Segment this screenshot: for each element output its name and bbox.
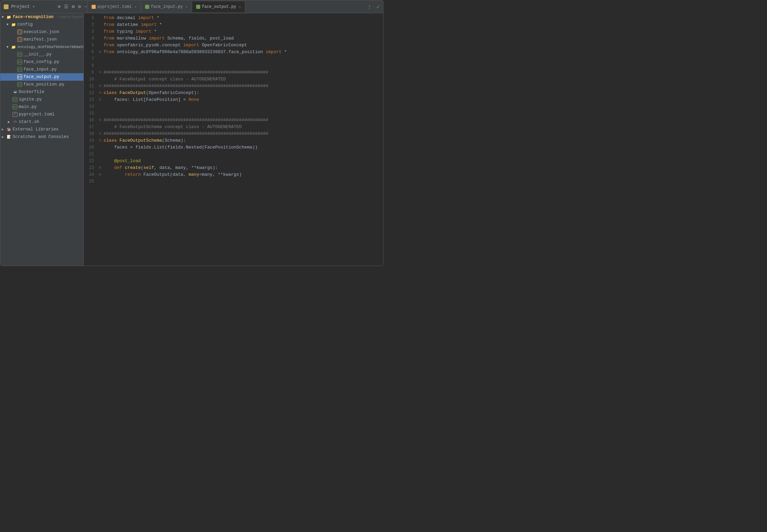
fold-13[interactable]: ⊟ bbox=[98, 96, 102, 103]
sidebar-face-config-label: face_config.py bbox=[24, 60, 59, 64]
code-content-3: from typing import * bbox=[102, 28, 157, 35]
sidebar-start-sh-label: start.sh bbox=[19, 120, 39, 124]
code-line-12: 12 ⊟ class FaceOutput(OpenfabricConcept)… bbox=[84, 90, 383, 96]
tab-face-input[interactable]: face_input.py ✕ bbox=[141, 1, 192, 12]
pyproject-tab-icon bbox=[92, 5, 96, 9]
fold-19[interactable]: ⊟ bbox=[98, 137, 102, 144]
tab-face-input-close[interactable]: ✕ bbox=[185, 5, 187, 9]
arrow-ext-libs: ▶ bbox=[2, 127, 5, 131]
tab-face-output-close[interactable]: ✕ bbox=[239, 5, 241, 9]
code-content-5: from openfabric_pysdk.concept import Ope… bbox=[102, 42, 247, 49]
sidebar-item-face-input[interactable]: py face_input.py bbox=[0, 66, 83, 73]
code-line-1: 1 from decimal import * bbox=[84, 15, 383, 21]
code-line-6: 6 ⊟ from ontology_dc8f06af066e4a7880a593… bbox=[84, 49, 383, 56]
code-line-8: 8 bbox=[84, 62, 383, 69]
code-content-2: from datetime import * bbox=[102, 21, 162, 28]
code-line-15: 15 bbox=[84, 110, 383, 117]
code-line-9: 9 ⊟ ####################################… bbox=[84, 69, 383, 76]
sidebar-item-external-libs[interactable]: ▶ 📚 External Libraries bbox=[0, 126, 83, 133]
fold-12[interactable]: ⊟ bbox=[98, 90, 102, 96]
py-icon-face-input: py bbox=[17, 67, 22, 72]
sidebar-item-main[interactable]: py main.py bbox=[0, 103, 83, 111]
code-content-22: @post_load bbox=[102, 158, 141, 165]
sidebar-item-execution-json[interactable]: {} execution.json bbox=[0, 28, 83, 36]
code-content-23: def create(self, data, many, **kwargs): bbox=[102, 165, 218, 171]
project-dropdown-icon[interactable]: ▾ bbox=[33, 4, 35, 9]
tab-pyproject-close[interactable]: ✕ bbox=[135, 5, 137, 9]
sidebar-item-manifest-json[interactable]: {} manifest.json bbox=[0, 36, 83, 43]
tab-pyproject[interactable]: pyproject.toml ✕ bbox=[88, 1, 141, 12]
arrow-ontology: ▼ bbox=[6, 45, 10, 49]
code-content-9: ########################################… bbox=[102, 69, 268, 76]
code-content-13: faces: List[FacePosition] = None bbox=[102, 96, 199, 103]
code-content-16: ########################################… bbox=[102, 117, 268, 124]
json-icon-execution: {} bbox=[17, 30, 22, 34]
fold-16[interactable]: ⊟ bbox=[98, 117, 102, 124]
fold-11[interactable]: ⊟ bbox=[98, 83, 102, 90]
fold-9[interactable]: ⊟ bbox=[98, 69, 102, 76]
code-editor[interactable]: 1 from decimal import * 2 from datetime … bbox=[84, 13, 383, 266]
py-icon-main: py bbox=[13, 105, 17, 109]
sidebar-execution-label: execution.json bbox=[24, 30, 59, 34]
settings-icon[interactable]: ⚙ bbox=[78, 4, 81, 10]
code-content-4: from marshmallow import Schema, fields, … bbox=[102, 35, 234, 42]
line-num-12: 12 bbox=[84, 90, 98, 96]
sidebar-item-root[interactable]: ▼ 📁 face-recognition ~/Work/Openfabric/f… bbox=[0, 13, 83, 21]
sidebar-item-config[interactable]: ▼ 📁 config bbox=[0, 21, 83, 28]
fold-24[interactable]: ⊟ bbox=[98, 171, 102, 178]
sidebar-item-start-sh[interactable]: ▶ sh start.sh bbox=[0, 118, 83, 126]
py-icon-init: py bbox=[17, 52, 22, 57]
tab-face-output[interactable]: face_output.py ✕ bbox=[192, 1, 246, 12]
json-icon-manifest: {} bbox=[17, 37, 22, 42]
folder-icon-ontology: 📁 bbox=[11, 45, 16, 49]
code-content-20: faces = fields.List(fields.Nested(FacePo… bbox=[102, 144, 257, 151]
line-num-15: 15 bbox=[84, 110, 98, 117]
sidebar-item-scratches[interactable]: ▶ 📝 Scratches and Consoles bbox=[0, 133, 83, 141]
code-line-18: 18 ⊟ ###################################… bbox=[84, 130, 383, 137]
sidebar-item-pyproject[interactable]: T pyproject.toml bbox=[0, 111, 83, 118]
line-num-20: 20 bbox=[84, 144, 98, 151]
project-label[interactable]: Project bbox=[11, 4, 30, 9]
sidebar-item-ignite[interactable]: py ignite.py bbox=[0, 96, 83, 103]
line-num-11: 11 bbox=[84, 83, 98, 90]
sidebar-item-face-output[interactable]: py face_output.py bbox=[0, 73, 83, 81]
fold-6[interactable]: ⊟ bbox=[98, 49, 102, 56]
tabs-more-button[interactable]: ⋮ bbox=[364, 4, 375, 10]
line-num-9: 9 bbox=[84, 69, 98, 76]
line-num-5: 5 bbox=[84, 42, 98, 49]
line-num-24: 24 bbox=[84, 171, 98, 178]
globe-icon[interactable]: ⊕ bbox=[58, 4, 60, 10]
code-line-5: 5 from openfabric_pysdk.concept import O… bbox=[84, 42, 383, 49]
arrow-root: ▼ bbox=[2, 15, 5, 19]
title-bar: Project ▾ ⊕ ☰ ⊞ ⚙ − pyproject.toml ✕ fac… bbox=[0, 0, 383, 13]
sh-icon-start: sh bbox=[13, 120, 17, 124]
py-icon-face-output: py bbox=[17, 75, 22, 79]
code-line-7: 7 bbox=[84, 56, 383, 62]
sidebar-item-face-config[interactable]: py face_config.py bbox=[0, 58, 83, 66]
line-num-1: 1 bbox=[84, 15, 98, 21]
code-content-6: from ontology_dc8f06af066e4a7880a5938933… bbox=[102, 49, 287, 56]
ext-libs-icon: 📚 bbox=[6, 127, 11, 132]
sidebar-ext-libs-label: External Libraries bbox=[13, 127, 59, 132]
sidebar-item-face-position[interactable]: py face_position.py bbox=[0, 81, 83, 88]
fold-18[interactable]: ⊟ bbox=[98, 130, 102, 137]
code-line-21: 21 bbox=[84, 151, 383, 158]
line-num-2: 2 bbox=[84, 21, 98, 28]
sidebar-item-init[interactable]: py __init__.py bbox=[0, 51, 83, 58]
code-content-24: return FaceOutput(data, many=many, **kwa… bbox=[102, 171, 242, 178]
line-num-7: 7 bbox=[84, 56, 98, 62]
docker-icon-dockerfile: 🐳 bbox=[13, 90, 17, 94]
minimize-icon[interactable]: − bbox=[84, 4, 87, 10]
sidebar-item-ontology[interactable]: ▼ 📁 ontology_dc8f06af066e4a7880a59389332… bbox=[0, 43, 83, 51]
align-icon[interactable]: ☰ bbox=[64, 4, 68, 10]
sidebar-item-dockerfile[interactable]: 🐳 Dockerfile bbox=[0, 88, 83, 96]
line-num-25: 25 bbox=[84, 178, 98, 185]
folder-icon-root: 📁 bbox=[6, 15, 11, 19]
py-icon-face-position: py bbox=[17, 82, 22, 87]
arrow-start-sh: ▶ bbox=[8, 120, 11, 124]
code-line-2: 2 from datetime import * bbox=[84, 21, 383, 28]
fold-23[interactable]: ⊟ bbox=[98, 165, 102, 171]
py-icon-ignite: py bbox=[13, 97, 17, 102]
sidebar-dockerfile-label: Dockerfile bbox=[19, 90, 44, 94]
layout-icon[interactable]: ⊞ bbox=[72, 4, 75, 10]
